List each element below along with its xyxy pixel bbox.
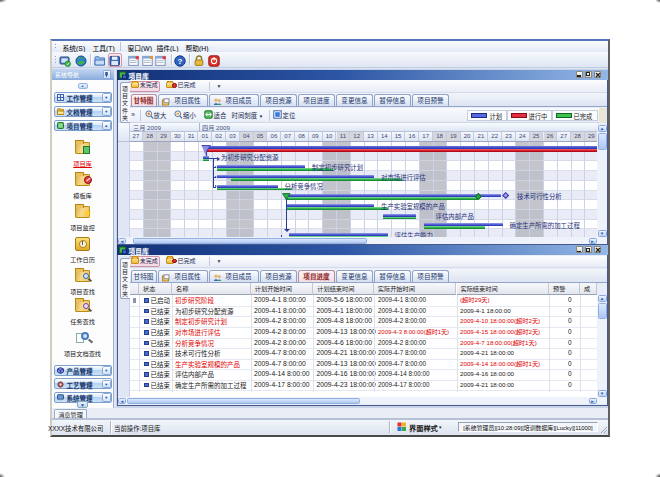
- svg-text:?: ?: [178, 56, 183, 65]
